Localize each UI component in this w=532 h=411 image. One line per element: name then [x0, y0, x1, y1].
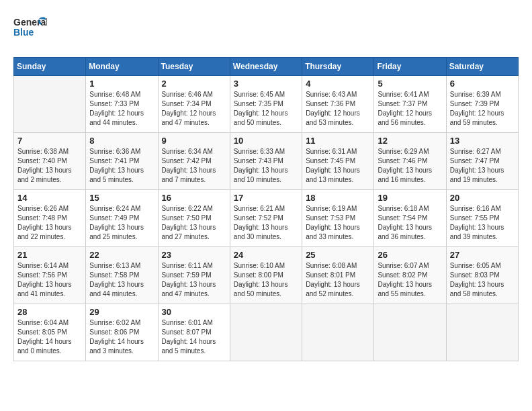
day-number: 4: [306, 79, 370, 89]
day-info: Sunrise: 6:48 AMSunset: 7:33 PMDaylight:…: [89, 90, 154, 128]
calendar-cell: [14, 76, 86, 133]
calendar-cell: 8Sunrise: 6:36 AMSunset: 7:41 PMDaylight…: [86, 133, 158, 190]
day-info: Sunrise: 6:22 AMSunset: 7:50 PMDaylight:…: [162, 204, 226, 242]
day-info: Sunrise: 6:14 AMSunset: 7:56 PMDaylight:…: [17, 261, 82, 299]
day-number: 11: [306, 136, 370, 146]
header-row: SundayMondayTuesdayWednesdayThursdayFrid…: [14, 58, 519, 76]
day-info: Sunrise: 6:43 AMSunset: 7:36 PMDaylight:…: [306, 90, 370, 128]
week-row-4: 21Sunrise: 6:14 AMSunset: 7:56 PMDayligh…: [14, 247, 519, 304]
calendar-cell: 5Sunrise: 6:41 AMSunset: 7:37 PMDaylight…: [374, 76, 446, 133]
calendar-cell: 10Sunrise: 6:33 AMSunset: 7:43 PMDayligh…: [230, 133, 302, 190]
day-number: 9: [162, 136, 226, 146]
calendar-cell: 26Sunrise: 6:07 AMSunset: 8:02 PMDayligh…: [374, 247, 446, 304]
calendar-cell: 12Sunrise: 6:29 AMSunset: 7:46 PMDayligh…: [374, 133, 446, 190]
day-number: 3: [234, 79, 298, 89]
calendar-cell: 22Sunrise: 6:13 AMSunset: 7:58 PMDayligh…: [86, 247, 158, 304]
calendar-cell: 19Sunrise: 6:18 AMSunset: 7:54 PMDayligh…: [374, 190, 446, 247]
day-number: 21: [17, 250, 82, 260]
calendar-cell: [374, 304, 446, 361]
column-header-monday: Monday: [86, 58, 158, 76]
calendar-cell: 4Sunrise: 6:43 AMSunset: 7:36 PMDaylight…: [302, 76, 374, 133]
week-row-1: 1Sunrise: 6:48 AMSunset: 7:33 PMDaylight…: [14, 76, 519, 133]
day-number: 17: [234, 193, 298, 203]
day-info: Sunrise: 6:11 AMSunset: 7:59 PMDaylight:…: [162, 261, 226, 299]
page-header: General Blue: [13, 13, 519, 46]
day-number: 18: [306, 193, 370, 203]
day-number: 23: [162, 250, 226, 260]
day-info: Sunrise: 6:27 AMSunset: 7:47 PMDaylight:…: [450, 147, 515, 185]
day-info: Sunrise: 6:24 AMSunset: 7:49 PMDaylight:…: [89, 204, 154, 242]
calendar-cell: [230, 304, 302, 361]
column-header-sunday: Sunday: [14, 58, 86, 76]
logo-icon: General Blue: [13, 13, 47, 44]
calendar-cell: [302, 304, 374, 361]
calendar-cell: 29Sunrise: 6:02 AMSunset: 8:06 PMDayligh…: [86, 304, 158, 361]
calendar-cell: 13Sunrise: 6:27 AMSunset: 7:47 PMDayligh…: [446, 133, 518, 190]
day-info: Sunrise: 6:39 AMSunset: 7:39 PMDaylight:…: [450, 90, 515, 128]
calendar-cell: 1Sunrise: 6:48 AMSunset: 7:33 PMDaylight…: [86, 76, 158, 133]
day-number: 19: [378, 193, 442, 203]
calendar-cell: 18Sunrise: 6:19 AMSunset: 7:53 PMDayligh…: [302, 190, 374, 247]
day-number: 2: [162, 79, 226, 89]
calendar-body: 1Sunrise: 6:48 AMSunset: 7:33 PMDaylight…: [14, 76, 519, 361]
day-number: 10: [234, 136, 298, 146]
day-info: Sunrise: 6:45 AMSunset: 7:35 PMDaylight:…: [234, 90, 298, 128]
day-info: Sunrise: 6:02 AMSunset: 8:06 PMDaylight:…: [89, 318, 154, 356]
day-number: 13: [450, 136, 515, 146]
week-row-2: 7Sunrise: 6:38 AMSunset: 7:40 PMDaylight…: [14, 133, 519, 190]
day-info: Sunrise: 6:36 AMSunset: 7:41 PMDaylight:…: [89, 147, 154, 185]
calendar-cell: 16Sunrise: 6:22 AMSunset: 7:50 PMDayligh…: [158, 190, 230, 247]
calendar-cell: 27Sunrise: 6:05 AMSunset: 8:03 PMDayligh…: [446, 247, 518, 304]
calendar-cell: 17Sunrise: 6:21 AMSunset: 7:52 PMDayligh…: [230, 190, 302, 247]
day-info: Sunrise: 6:19 AMSunset: 7:53 PMDaylight:…: [306, 204, 370, 242]
day-info: Sunrise: 6:08 AMSunset: 8:01 PMDaylight:…: [306, 261, 370, 299]
calendar-cell: 2Sunrise: 6:46 AMSunset: 7:34 PMDaylight…: [158, 76, 230, 133]
day-number: 6: [450, 79, 515, 89]
day-info: Sunrise: 6:13 AMSunset: 7:58 PMDaylight:…: [89, 261, 154, 299]
week-row-3: 14Sunrise: 6:26 AMSunset: 7:48 PMDayligh…: [14, 190, 519, 247]
day-number: 1: [89, 79, 154, 89]
day-number: 14: [17, 193, 82, 203]
column-header-tuesday: Tuesday: [158, 58, 230, 76]
day-info: Sunrise: 6:04 AMSunset: 8:05 PMDaylight:…: [17, 318, 82, 356]
calendar-cell: 20Sunrise: 6:16 AMSunset: 7:55 PMDayligh…: [446, 190, 518, 247]
day-number: 7: [17, 136, 82, 146]
day-info: Sunrise: 6:05 AMSunset: 8:03 PMDaylight:…: [450, 261, 515, 299]
day-info: Sunrise: 6:07 AMSunset: 8:02 PMDaylight:…: [378, 261, 442, 299]
day-info: Sunrise: 6:34 AMSunset: 7:42 PMDaylight:…: [162, 147, 226, 185]
calendar-table: SundayMondayTuesdayWednesdayThursdayFrid…: [13, 57, 519, 361]
calendar-cell: 6Sunrise: 6:39 AMSunset: 7:39 PMDaylight…: [446, 76, 518, 133]
day-number: 20: [450, 193, 515, 203]
calendar-cell: 3Sunrise: 6:45 AMSunset: 7:35 PMDaylight…: [230, 76, 302, 133]
day-info: Sunrise: 6:29 AMSunset: 7:46 PMDaylight:…: [378, 147, 442, 185]
day-number: 15: [89, 193, 154, 203]
column-header-thursday: Thursday: [302, 58, 374, 76]
day-number: 29: [89, 307, 154, 317]
day-number: 12: [378, 136, 442, 146]
day-number: 5: [378, 79, 442, 89]
day-info: Sunrise: 6:01 AMSunset: 8:07 PMDaylight:…: [162, 318, 226, 356]
day-info: Sunrise: 6:31 AMSunset: 7:45 PMDaylight:…: [306, 147, 370, 185]
day-number: 22: [89, 250, 154, 260]
column-header-wednesday: Wednesday: [230, 58, 302, 76]
day-number: 24: [234, 250, 298, 260]
svg-text:Blue: Blue: [13, 27, 34, 38]
calendar-header: SundayMondayTuesdayWednesdayThursdayFrid…: [14, 58, 519, 76]
calendar-cell: 25Sunrise: 6:08 AMSunset: 8:01 PMDayligh…: [302, 247, 374, 304]
calendar-cell: 24Sunrise: 6:10 AMSunset: 8:00 PMDayligh…: [230, 247, 302, 304]
calendar-cell: 14Sunrise: 6:26 AMSunset: 7:48 PMDayligh…: [14, 190, 86, 247]
day-number: 25: [306, 250, 370, 260]
calendar-cell: 11Sunrise: 6:31 AMSunset: 7:45 PMDayligh…: [302, 133, 374, 190]
day-info: Sunrise: 6:41 AMSunset: 7:37 PMDaylight:…: [378, 90, 442, 128]
day-info: Sunrise: 6:26 AMSunset: 7:48 PMDaylight:…: [17, 204, 82, 242]
column-header-saturday: Saturday: [446, 58, 518, 76]
calendar-cell: [446, 304, 518, 361]
calendar-cell: 15Sunrise: 6:24 AMSunset: 7:49 PMDayligh…: [86, 190, 158, 247]
calendar-cell: 21Sunrise: 6:14 AMSunset: 7:56 PMDayligh…: [14, 247, 86, 304]
day-info: Sunrise: 6:21 AMSunset: 7:52 PMDaylight:…: [234, 204, 298, 242]
day-info: Sunrise: 6:33 AMSunset: 7:43 PMDaylight:…: [234, 147, 298, 185]
day-number: 28: [17, 307, 82, 317]
day-number: 27: [450, 250, 515, 260]
column-header-friday: Friday: [374, 58, 446, 76]
calendar-cell: 9Sunrise: 6:34 AMSunset: 7:42 PMDaylight…: [158, 133, 230, 190]
